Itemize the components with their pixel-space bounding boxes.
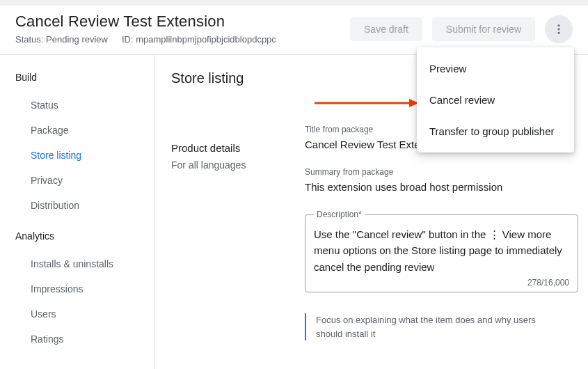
description-input[interactable]: Use the "Cancel review" button in the ⋮ … — [314, 226, 569, 275]
sidebar-item-privacy[interactable]: Privacy — [15, 168, 154, 193]
sidebar-item-store-listing[interactable]: Store listing — [15, 143, 154, 168]
description-label: Description* — [314, 210, 365, 219]
more-options-menu: Preview Cancel review Transfer to group … — [417, 47, 574, 152]
nav-section-analytics: Analytics — [15, 230, 154, 242]
description-field[interactable]: Description* Use the "Cancel review" but… — [305, 210, 578, 292]
menu-item-transfer[interactable]: Transfer to group publisher — [417, 116, 574, 147]
sidebar: Build Status Package Store listing Priva… — [0, 55, 154, 369]
sidebar-item-installs[interactable]: Installs & uninstalls — [15, 251, 154, 276]
sidebar-item-status[interactable]: Status — [15, 93, 154, 118]
menu-item-preview[interactable]: Preview — [417, 53, 574, 84]
more-vert-icon — [553, 23, 565, 36]
submit-review-button[interactable]: Submit for review — [432, 17, 535, 41]
summary-value: This extension uses broad host permissio… — [305, 181, 578, 193]
product-details-heading: Product details — [171, 142, 305, 154]
section-heading: Store listing — [171, 70, 305, 86]
save-draft-button[interactable]: Save draft — [350, 17, 422, 41]
svg-point-0 — [558, 24, 560, 26]
nav-section-build: Build — [15, 72, 154, 83]
more-options-button[interactable] — [545, 15, 573, 43]
svg-point-2 — [558, 32, 560, 34]
extension-id: ID: mpamplilnbpmjpofipbjcidblopdcppc — [122, 34, 276, 45]
sidebar-item-package[interactable]: Package — [15, 118, 154, 143]
sidebar-item-users[interactable]: Users — [15, 301, 154, 327]
status: Status: Pending review — [15, 34, 108, 45]
char-count: 278/16,000 — [314, 278, 569, 288]
summary-label: Summary from package — [305, 167, 578, 177]
sidebar-item-distribution[interactable]: Distribution — [15, 193, 154, 218]
svg-point-1 — [558, 29, 560, 31]
menu-item-cancel-review[interactable]: Cancel review — [417, 84, 574, 116]
page-title: Cancel Review Test Extension — [15, 13, 350, 31]
sidebar-item-ratings[interactable]: Ratings — [15, 327, 154, 352]
description-hint: Focus on explaining what the item does a… — [305, 313, 555, 340]
languages-caption: For all languages — [171, 159, 305, 171]
sidebar-item-impressions[interactable]: Impressions — [15, 276, 154, 301]
